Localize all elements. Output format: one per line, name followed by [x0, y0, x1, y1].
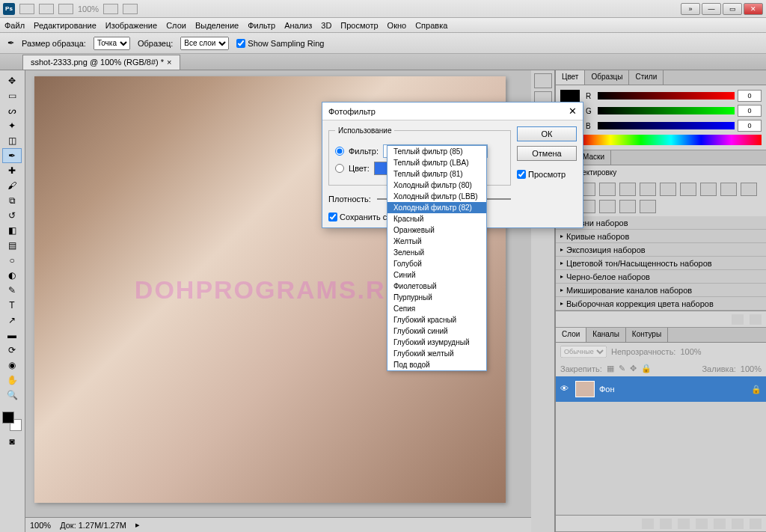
maximize-button[interactable]: ▭ [723, 3, 742, 15]
layer-visibility-icon[interactable]: 👁 [560, 384, 571, 394]
layer-row-background[interactable]: 👁 Фон 🔒 [556, 376, 766, 402]
b-slider[interactable] [598, 122, 735, 129]
preset-item[interactable]: ▸Кривые наборов [556, 230, 766, 243]
menu-file[interactable]: Файл [4, 21, 25, 30]
menu-analysis[interactable]: Анализ [284, 21, 312, 30]
3d-camera-tool[interactable]: ◉ [2, 358, 22, 373]
filter-radio[interactable] [335, 147, 344, 156]
menu-layer[interactable]: Слои [166, 21, 186, 30]
cancel-button[interactable]: Отмена [517, 146, 577, 161]
strip-icon-1[interactable] [534, 73, 552, 88]
trash-icon[interactable] [750, 519, 762, 529]
filter-option[interactable]: Глубокий синий [387, 325, 486, 337]
filter-option[interactable]: Сепия [387, 303, 486, 314]
stamp-tool[interactable]: ⧉ [2, 193, 22, 208]
dialog-close-icon[interactable]: ✕ [569, 106, 577, 117]
foreground-background-colors[interactable] [2, 412, 22, 431]
screen-mode-button[interactable] [123, 4, 138, 14]
fx-icon[interactable] [660, 519, 672, 529]
lock-icon[interactable]: 🔒 [641, 364, 652, 373]
show-sampling-ring-checkbox[interactable]: Show Sampling Ring [236, 39, 324, 48]
g-slider[interactable] [598, 107, 735, 114]
status-zoom[interactable]: 100% [30, 521, 51, 530]
close-button[interactable]: ✕ [744, 3, 763, 15]
pen-tool[interactable]: ✎ [2, 283, 22, 298]
tab-styles[interactable]: Стили [629, 70, 664, 85]
menu-3d[interactable]: 3D [321, 21, 331, 30]
filter-option[interactable]: Желтый [387, 236, 486, 247]
blend-mode-select[interactable]: Обычные [560, 346, 607, 358]
filter-option[interactable]: Красный [387, 213, 486, 224]
menu-filter[interactable]: Фильтр [248, 21, 275, 30]
hand-tool[interactable]: ✋ [2, 373, 22, 388]
adj-channelmixer-icon[interactable] [741, 183, 757, 196]
filter-option[interactable]: Теплый фильтр (81) [387, 168, 486, 180]
adj-selective-icon[interactable] [640, 200, 656, 213]
heal-tool[interactable]: ✚ [2, 163, 22, 178]
filter-option[interactable]: Глубокий красный [387, 314, 486, 325]
filter-option[interactable]: Теплый фильтр (LBA) [387, 157, 486, 168]
filter-option[interactable]: Фиолетовый [387, 281, 486, 292]
dodge-tool[interactable]: ◐ [2, 268, 22, 283]
filter-option[interactable]: Синий [387, 269, 486, 281]
tab-color[interactable]: Цвет [556, 70, 585, 85]
shape-tool[interactable]: ▬ [2, 328, 22, 343]
preset-item[interactable]: ▸Выборочная коррекция цвета наборов [556, 297, 766, 311]
preserve-checkbox[interactable] [328, 213, 337, 221]
adj-footer-icon-2[interactable] [750, 314, 762, 325]
sample-size-select[interactable]: Точка [94, 37, 130, 50]
extras-button[interactable] [58, 4, 73, 14]
adj-bw-icon[interactable] [700, 183, 717, 196]
preset-item[interactable]: ▸Экспозиция наборов [556, 243, 766, 257]
tab-swatches[interactable]: Образцы [585, 70, 629, 85]
filter-option[interactable]: Зеленый [387, 247, 486, 258]
r-value[interactable]: 0 [738, 90, 762, 102]
filter-option[interactable]: Холодный фильтр (LBB) [387, 191, 486, 202]
eyedropper-tool-icon[interactable]: ✒ [7, 38, 14, 48]
filter-option[interactable]: Голубой [387, 258, 486, 269]
3d-tool[interactable]: ⟳ [2, 343, 22, 358]
filter-option[interactable]: Глубокий желтый [387, 348, 486, 359]
tab-close-icon[interactable]: × [167, 58, 171, 67]
filter-option[interactable]: Глубокий изумрудный [387, 337, 486, 348]
path-tool[interactable]: ↗ [2, 313, 22, 328]
view-mode-button[interactable] [103, 4, 118, 14]
fill-value[interactable]: 100% [741, 364, 762, 373]
tab-paths[interactable]: Контуры [626, 328, 668, 342]
filter-option[interactable]: Под водой [387, 359, 486, 370]
eraser-tool[interactable]: ◧ [2, 223, 22, 238]
menu-select[interactable]: Выделение [195, 21, 239, 30]
adj-gradientmap-icon[interactable] [619, 200, 636, 213]
menu-image[interactable]: Изображение [105, 21, 157, 30]
document-tab[interactable]: sshot-2333.png @ 100% (RGB/8#) * × [22, 55, 180, 70]
blur-tool[interactable]: ○ [2, 253, 22, 268]
layer-thumbnail[interactable] [575, 381, 595, 397]
adj-photofilter-icon[interactable] [720, 183, 737, 196]
status-arrow-icon[interactable]: ▸ [135, 520, 140, 530]
crop-tool[interactable]: ◫ [2, 133, 22, 148]
preset-item[interactable]: ▸Уровни наборов [556, 216, 766, 230]
menu-window[interactable]: Окно [387, 21, 407, 30]
zoom-tool[interactable]: 🔍 [2, 388, 22, 403]
lock-all-icon[interactable]: ▦ [607, 364, 614, 373]
quickmask-button[interactable]: ◙ [2, 434, 22, 449]
tab-layers[interactable]: Слои [556, 328, 586, 342]
filter-option[interactable]: Оранжевый [387, 224, 486, 236]
wand-tool[interactable]: ✦ [2, 118, 22, 133]
group-icon[interactable] [714, 519, 726, 529]
adj-vibrance-icon[interactable] [640, 183, 656, 196]
menu-edit[interactable]: Редактирование [34, 21, 96, 30]
ok-button[interactable]: ОК [517, 126, 577, 141]
filter-option[interactable]: Холодный фильтр (80) [387, 180, 486, 191]
lasso-tool[interactable]: ᔕ [2, 103, 22, 118]
adj-threshold-icon[interactable] [599, 200, 616, 213]
filter-options-dropdown[interactable]: Теплый фильтр (85)Теплый фильтр (LBA)Теп… [387, 145, 487, 371]
adj-hue-icon[interactable] [660, 183, 676, 196]
preview-checkbox[interactable] [517, 170, 526, 179]
opacity-value[interactable]: 100% [680, 347, 701, 356]
preset-item[interactable]: ▸Черно-белое наборов [556, 270, 766, 284]
new-layer-icon[interactable] [732, 519, 744, 529]
preset-item[interactable]: ▸Микширование каналов наборов [556, 284, 766, 297]
gradient-tool[interactable]: ▤ [2, 238, 22, 253]
brush-tool[interactable]: 🖌 [2, 178, 22, 193]
